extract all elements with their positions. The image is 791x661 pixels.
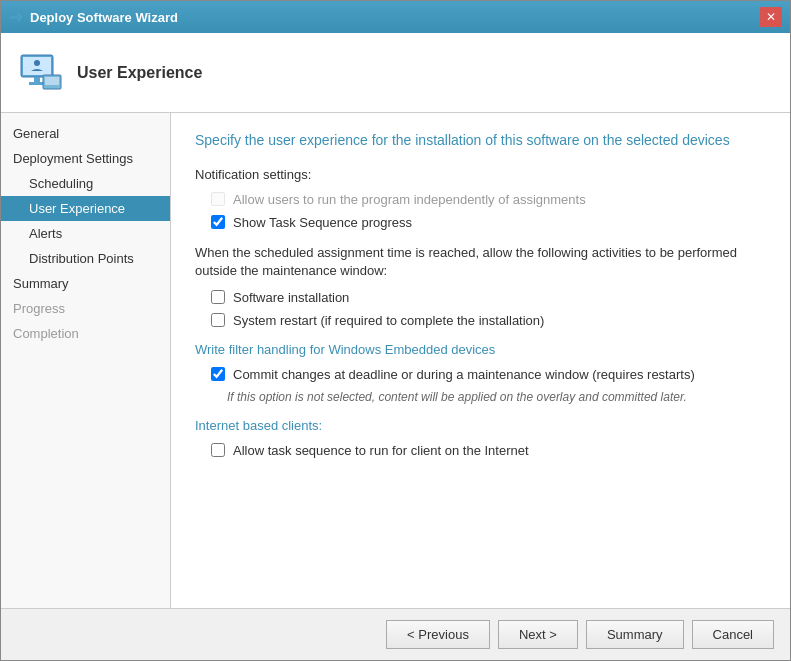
title-bar-left: ➜ Deploy Software Wizard [9,6,178,28]
write-filter-label: Write filter handling for Windows Embedd… [195,342,766,357]
checkbox-row-commit-changes: Commit changes at deadline or during a m… [211,367,766,382]
checkbox-allow-users-label: Allow users to run the program independe… [233,192,586,207]
maintenance-text: When the scheduled assignment time is re… [195,244,766,280]
next-button[interactable]: Next > [498,620,578,649]
checkbox-row-show-progress: Show Task Sequence progress [211,215,766,230]
checkbox-internet-client[interactable] [211,443,225,457]
sidebar: General Deployment Settings Scheduling U… [1,113,171,608]
sidebar-item-distribution-points[interactable]: Distribution Points [1,246,170,271]
checkbox-internet-client-label: Allow task sequence to run for client on… [233,443,529,458]
main-area: General Deployment Settings Scheduling U… [1,113,790,608]
previous-button[interactable]: < Previous [386,620,490,649]
checkbox-show-progress[interactable] [211,215,225,229]
arrow-icon: ➜ [9,6,24,28]
svg-point-6 [34,60,40,66]
checkbox-system-restart[interactable] [211,313,225,327]
checkbox-row-allow-users: Allow users to run the program independe… [211,192,766,207]
sidebar-item-scheduling[interactable]: Scheduling [1,171,170,196]
checkbox-software-install[interactable] [211,290,225,304]
notification-label: Notification settings: [195,167,766,182]
content-title: Specify the user experience for the inst… [195,131,766,151]
sidebar-item-general[interactable]: General [1,121,170,146]
sidebar-item-alerts[interactable]: Alerts [1,221,170,246]
main-window: ➜ Deploy Software Wizard ✕ User Experie [0,0,791,661]
title-bar: ➜ Deploy Software Wizard ✕ [1,1,790,33]
sidebar-item-completion: Completion [1,321,170,346]
window-title: Deploy Software Wizard [30,10,178,25]
footer: < Previous Next > Summary Cancel [1,608,790,660]
header-icon [17,49,65,97]
content-area: Specify the user experience for the inst… [171,113,790,608]
internet-label: Internet based clients: [195,418,766,433]
cancel-button[interactable]: Cancel [692,620,774,649]
checkbox-row-software-install: Software installation [211,290,766,305]
close-button[interactable]: ✕ [760,7,782,27]
svg-rect-5 [45,77,59,85]
header-area: User Experience [1,33,790,113]
sidebar-item-user-experience[interactable]: User Experience [1,196,170,221]
checkbox-show-progress-label: Show Task Sequence progress [233,215,412,230]
header-title: User Experience [77,64,202,82]
info-text: If this option is not selected, content … [227,390,766,404]
checkbox-system-restart-label: System restart (if required to complete … [233,313,544,328]
checkbox-row-system-restart: System restart (if required to complete … [211,313,766,328]
sidebar-item-deployment-settings[interactable]: Deployment Settings [1,146,170,171]
sidebar-item-summary[interactable]: Summary [1,271,170,296]
sidebar-item-progress: Progress [1,296,170,321]
checkbox-software-install-label: Software installation [233,290,349,305]
summary-button[interactable]: Summary [586,620,684,649]
checkbox-commit-changes-label: Commit changes at deadline or during a m… [233,367,695,382]
checkbox-allow-users[interactable] [211,192,225,206]
checkbox-commit-changes[interactable] [211,367,225,381]
checkbox-row-internet-client: Allow task sequence to run for client on… [211,443,766,458]
